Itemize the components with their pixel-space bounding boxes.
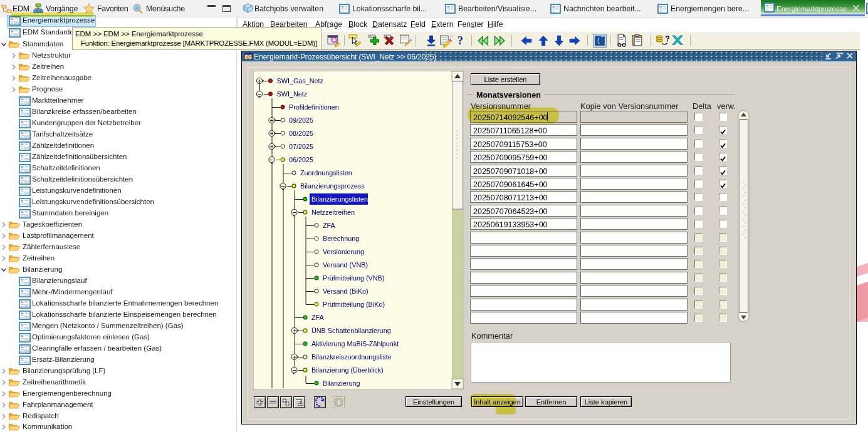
- svg-text:Bilanzierung (Überblick): Bilanzierung (Überblick): [311, 366, 384, 374]
- svg-text:ZFA: ZFA: [323, 222, 336, 229]
- svg-text:Bilanzkreiszuordnungsliste: Bilanzkreiszuordnungsliste: [311, 353, 392, 361]
- svg-text:Profildefinitionen: Profildefinitionen: [289, 103, 339, 111]
- svg-text:ZFA: ZFA: [311, 314, 325, 321]
- svg-text:?: ?: [665, 34, 669, 43]
- svg-text:Aktivierung MaBiS-Zählpunkt: Aktivierung MaBiS-Zählpunkt: [311, 340, 399, 347]
- svg-text:ÜNB Schattenbilanzierung: ÜNB Schattenbilanzierung: [311, 327, 391, 334]
- svg-text:Prüfmitteilung (VNB): Prüfmitteilung (VNB): [323, 274, 384, 282]
- svg-text:Versand (BiKo): Versand (BiKo): [323, 287, 369, 295]
- svg-text:SWI_Gas_Netz: SWI_Gas_Netz: [277, 77, 323, 85]
- svg-text:Netzzeitreihen: Netzzeitreihen: [311, 208, 355, 216]
- svg-text:09/2025: 09/2025: [289, 116, 313, 124]
- svg-text:i: i: [338, 399, 340, 406]
- svg-text:07/2025: 07/2025: [289, 143, 313, 150]
- svg-text:Versand (VNB): Versand (VNB): [323, 261, 368, 269]
- svg-text:Bilanzierungslisten: Bilanzierungslisten: [311, 195, 368, 203]
- svg-text:Bilanzierungsprozess: Bilanzierungsprozess: [300, 182, 365, 190]
- svg-text:Bilanzierung: Bilanzierung: [323, 379, 360, 387]
- svg-text:?: ?: [458, 34, 463, 47]
- svg-text:Zuordnungslisten: Zuordnungslisten: [300, 169, 352, 177]
- svg-text:SWI_Netz: SWI_Netz: [277, 90, 308, 98]
- svg-text:Prüfmitteilung (BiKo): Prüfmitteilung (BiKo): [323, 301, 385, 308]
- svg-text:Berechnung: Berechnung: [323, 235, 359, 242]
- svg-text:08/2025: 08/2025: [289, 130, 313, 137]
- svg-text:06/2025: 06/2025: [289, 156, 313, 163]
- svg-text:Versionierung: Versionierung: [323, 248, 364, 255]
